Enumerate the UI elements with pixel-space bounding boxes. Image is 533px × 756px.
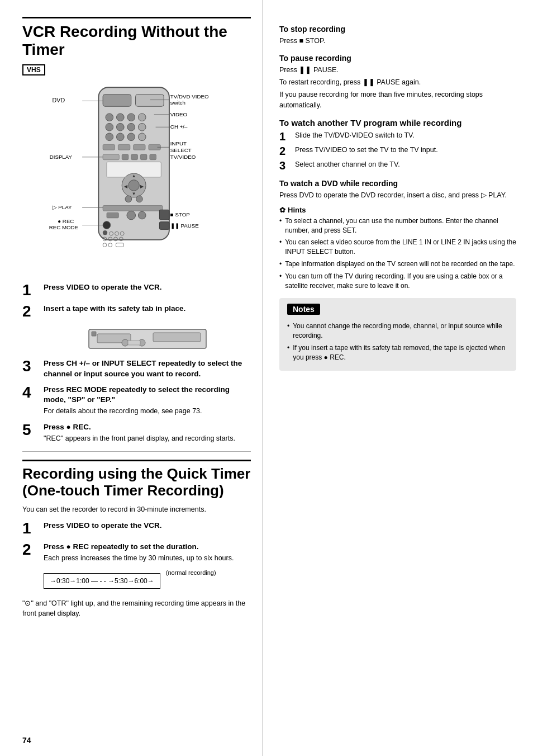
qt-step-1-number: 1	[22, 521, 39, 536]
step-5-sub: "REC" appears in the front panel display…	[44, 434, 235, 444]
svg-rect-2	[136, 94, 164, 106]
remote-svg: ▲ ▼ ◀ ▶	[22, 82, 251, 267]
watch-dvd-text: Press DVD to operate the DVD recorder, i…	[279, 190, 516, 200]
svg-text:TV/VIDEO: TV/VIDEO	[170, 154, 196, 160]
svg-point-78	[122, 339, 129, 346]
svg-rect-20	[122, 154, 129, 160]
stop-recording-title: To stop recording	[279, 25, 516, 34]
svg-rect-23	[150, 154, 156, 160]
hint-item-1: To select a channel, you can use the num…	[279, 216, 516, 235]
stop-recording-text: Press ■ STOP.	[279, 36, 516, 46]
svg-point-12	[116, 133, 124, 141]
notes-title: Notes	[287, 304, 320, 315]
svg-rect-50	[159, 222, 169, 230]
step-4-text: Press REC MODE repeatedly to select the …	[44, 385, 251, 405]
step-2-number: 2	[22, 304, 39, 319]
right-column: To stop recording Press ■ STOP. To pause…	[263, 0, 533, 756]
svg-text:SELECT: SELECT	[170, 147, 192, 153]
svg-rect-49	[159, 210, 169, 220]
svg-text:◀: ◀	[124, 185, 128, 190]
hint-item-4: You can turn off the TV during recording…	[279, 272, 516, 291]
svg-text:DISPLAY: DISPLAY	[50, 154, 73, 160]
svg-point-3	[106, 114, 113, 121]
svg-rect-47	[108, 243, 112, 247]
svg-rect-19	[103, 154, 119, 160]
svg-rect-38	[103, 231, 107, 235]
step-4-sub: For details about the recording mode, se…	[44, 407, 251, 417]
step-4: 4 Press REC MODE repeatedly to select th…	[22, 385, 251, 417]
tape-image	[44, 325, 251, 353]
svg-text:● REC: ● REC	[58, 218, 74, 224]
pause-recording-line1: Press ❚❚ PAUSE.	[279, 65, 516, 75]
svg-point-32	[136, 196, 143, 202]
tape-svg	[86, 325, 209, 353]
svg-rect-81	[153, 333, 201, 342]
svg-rect-21	[131, 154, 138, 160]
watch-tv-section: To watch another TV program while record…	[279, 118, 516, 171]
watch-dvd-title: To watch a DVD while recording	[279, 179, 516, 188]
note-item-2: If you insert a tape with its safety tab…	[287, 343, 508, 362]
svg-rect-1	[103, 94, 131, 106]
stop-recording-section: To stop recording Press ■ STOP.	[279, 25, 516, 46]
quick-timer-title: Recording using the Quick Timer (One-tou…	[22, 461, 251, 499]
hints-section: ✿ Hints To select a channel, you can use…	[279, 206, 516, 291]
watch-tv-item-2: 2 Press TV/VIDEO to set the TV to the TV…	[279, 145, 516, 157]
vhs-badge: VHS	[22, 64, 45, 75]
watch-tv-title: To watch another TV program while record…	[279, 118, 516, 127]
hint-item-3: Tape information displayed on the TV scr…	[279, 259, 516, 269]
watch-tv-item-1: 1 Slide the TV/DVD·VIDEO switch to TV.	[279, 131, 516, 142]
svg-point-36	[138, 212, 146, 220]
svg-rect-46	[103, 243, 107, 247]
svg-text:REC MODE: REC MODE	[49, 225, 79, 231]
timeline-text: →0:30→1:00 — - - →5:30→6:00→	[50, 577, 154, 585]
pause-recording-line3: If you pause recording for more than fiv…	[279, 89, 516, 110]
notes-section: Notes You cannot change the recording mo…	[279, 298, 516, 370]
pause-recording-section: To pause recording Press ❚❚ PAUSE. To re…	[279, 54, 516, 110]
svg-point-14	[138, 133, 146, 141]
svg-point-37	[103, 221, 111, 229]
svg-rect-15	[103, 145, 115, 150]
quick-timer-section: Recording using the Quick Timer (One-tou…	[22, 460, 251, 618]
svg-rect-34	[107, 213, 118, 219]
svg-point-5	[127, 114, 135, 121]
svg-point-11	[106, 133, 113, 141]
svg-rect-17	[134, 145, 145, 150]
quick-timer-desc: You can set the recorder to record in 30…	[22, 505, 251, 515]
svg-rect-16	[118, 145, 130, 150]
hint-item-2: You can select a video source from the L…	[279, 238, 516, 257]
step-1-number: 1	[22, 282, 39, 298]
watch-dvd-section: To watch a DVD while recording Press DVD…	[279, 179, 516, 200]
hints-list: To select a channel, you can use the num…	[279, 216, 516, 291]
svg-point-4	[116, 114, 124, 121]
page: VCR Recording Without the Timer VHS	[0, 0, 533, 756]
svg-rect-22	[140, 154, 147, 160]
step-2: 2 Insert a tape with its safety tab in p…	[22, 304, 251, 319]
svg-text:TV/DVD·VIDEO: TV/DVD·VIDEO	[170, 93, 209, 100]
watch-tv-item-3: 3 Select another channel on the TV.	[279, 160, 516, 171]
page-number: 74	[22, 736, 31, 745]
qt-step-2-sub: Each press increases the time by 30 minu…	[44, 554, 234, 564]
rec-timeline: →0:30→1:00 — - - →5:30→6:00→	[44, 573, 160, 589]
qt-step-1: 1 Press VIDEO to operate the VCR.	[22, 521, 251, 536]
svg-text:▷ PLAY: ▷ PLAY	[53, 205, 72, 211]
pause-recording-title: To pause recording	[279, 54, 516, 63]
svg-rect-48	[116, 243, 123, 247]
svg-text:❚❚ PAUSE: ❚❚ PAUSE	[170, 223, 199, 230]
svg-point-8	[116, 124, 124, 131]
svg-point-9	[127, 124, 135, 131]
qt-step-2-text: Press ● REC repeatedly to set the durati…	[44, 542, 234, 552]
qt-step-2-number: 2	[22, 542, 39, 557]
step-5-text: Press ● REC.	[44, 422, 235, 432]
svg-point-6	[138, 114, 146, 121]
svg-text:CH +/–: CH +/–	[170, 124, 188, 130]
svg-point-13	[127, 133, 135, 141]
svg-point-10	[138, 124, 146, 131]
step-3: 3 Press CH +/– or INPUT SELECT repeatedl…	[22, 358, 251, 379]
svg-text:DVD: DVD	[53, 97, 65, 104]
hints-title: ✿ Hints	[279, 206, 516, 214]
step-1: 1 Press VIDEO to operate the VCR.	[22, 282, 251, 298]
svg-text:INPUT: INPUT	[170, 141, 187, 147]
step-2-text: Insert a tape with its safety tab in pla…	[44, 304, 185, 314]
svg-text:▼: ▼	[132, 191, 136, 196]
svg-text:switch: switch	[170, 100, 185, 106]
